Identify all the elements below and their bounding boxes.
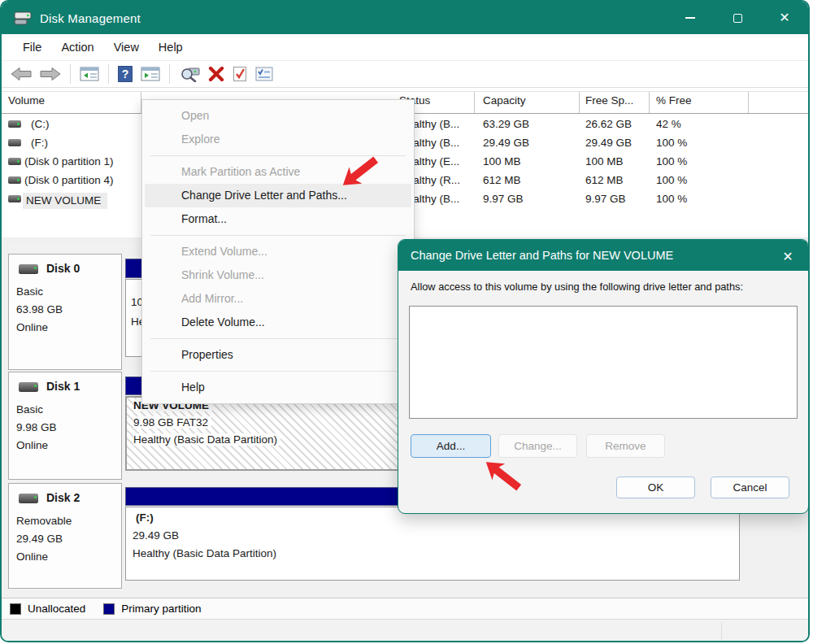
disk-2-partition-f[interactable]: (F:) 29.49 GB Healthy (Basic Data Partit… <box>125 507 740 581</box>
context-menu-item-explore: Explore <box>145 128 411 151</box>
drive-icon <box>8 139 21 146</box>
title-bar: Disk Management ✕ <box>2 2 808 34</box>
context-menu-item-help[interactable]: Help <box>145 376 411 399</box>
partition-title: (F:) <box>136 511 154 524</box>
drive-letter-listbox[interactable] <box>409 306 798 419</box>
disk-1-panel[interactable]: Disk 1 Basic 9.98 GB Online <box>8 372 122 480</box>
column-separator[interactable] <box>474 92 475 113</box>
dialog-close-button[interactable]: ✕ <box>779 247 797 265</box>
column-header-capacity[interactable]: Capacity <box>483 94 526 107</box>
partition-status: Healthy (Basic Data Partition) <box>133 547 276 559</box>
volume-capacity: 63.29 GB <box>483 118 529 130</box>
app-icon <box>13 10 33 26</box>
disk-management-window: Disk Management ✕ FileActionViewHelp <box>0 0 810 642</box>
disk-2-panel[interactable]: Disk 2 Removable 29.49 GB Online <box>8 483 122 589</box>
rescan-disks-icon[interactable] <box>176 65 203 84</box>
volume-free-space: 26.62 GB <box>585 118 632 130</box>
screenshot-stage: Disk Management ✕ FileActionViewHelp <box>0 0 813 644</box>
change-button[interactable]: Change... <box>498 434 577 458</box>
volume-capacity: 100 MB <box>483 155 521 168</box>
menu-bar: FileActionViewHelp <box>2 34 808 61</box>
volume-pct-free: 100 % <box>656 137 687 149</box>
disk-name: Disk 1 <box>46 380 80 393</box>
disk-status: Online <box>16 550 48 563</box>
disk-icon <box>19 264 38 274</box>
window-title: Disk Management <box>40 11 141 25</box>
remove-button[interactable]: Remove <box>586 434 665 458</box>
delete-icon[interactable] <box>205 65 228 83</box>
context-menu-item-shrink-volume: Shrink Volume... <box>145 263 411 287</box>
disk-icon <box>19 494 38 503</box>
volume-name: (F:) <box>31 137 48 149</box>
context-menu-item-extend-volume: Extend Volume... <box>145 240 411 263</box>
disk-type: Basic <box>16 285 43 298</box>
column-separator[interactable] <box>579 92 580 113</box>
volume-pct-free: 100 % <box>656 174 687 186</box>
column-header-free-space[interactable]: Free Sp... <box>585 94 633 107</box>
back-icon[interactable] <box>7 65 35 83</box>
partition-status: Healthy (Basic Data Partition) <box>133 433 280 446</box>
close-button[interactable]: ✕ <box>761 2 808 34</box>
volume-capacity: 612 MB <box>483 174 521 186</box>
menu-separator <box>150 235 406 236</box>
menu-action[interactable]: Action <box>51 37 103 57</box>
toolbar: ? <box>2 61 808 88</box>
svg-text:?: ? <box>122 67 129 80</box>
check-document-icon[interactable] <box>229 64 250 84</box>
legend-bar: Unallocated Primary partition <box>2 598 808 619</box>
checklist-icon[interactable] <box>252 65 276 83</box>
drive-icon <box>8 195 21 202</box>
menu-separator <box>150 338 406 339</box>
disk-type: Removable <box>16 515 72 527</box>
column-header-volume[interactable]: Volume <box>8 94 45 107</box>
cancel-button[interactable]: Cancel <box>711 476 789 498</box>
minimize-icon <box>685 17 695 19</box>
show-action-pane-icon[interactable] <box>137 65 163 83</box>
partition-size: 9.98 GB FAT32 <box>133 416 211 429</box>
change-drive-letter-dialog: Change Drive Letter and Paths for NEW VO… <box>398 239 809 514</box>
volume-free-space: 9.97 GB <box>585 193 626 205</box>
column-separator[interactable] <box>649 92 650 113</box>
context-menu-item-format[interactable]: Format... <box>145 207 411 231</box>
menu-file[interactable]: File <box>13 37 51 57</box>
drive-icon <box>8 120 21 128</box>
forward-icon[interactable] <box>37 65 64 83</box>
volume-free-space: 29.49 GB <box>585 137 632 149</box>
toolbar-separator <box>169 64 170 84</box>
dialog-title-bar: Change Drive Letter and Paths for NEW VO… <box>398 240 808 271</box>
disk-status: Online <box>16 321 48 333</box>
context-menu-item-change-drive-letter-and-paths[interactable]: Change Drive Letter and Paths... <box>145 184 411 207</box>
menu-help[interactable]: Help <box>149 37 193 57</box>
context-menu-item-delete-volume[interactable]: Delete Volume... <box>145 311 411 334</box>
column-header-pct-free[interactable]: % Free <box>656 94 692 107</box>
volume-capacity: 9.97 GB <box>483 193 524 205</box>
primary-partition-label: Primary partition <box>121 603 201 615</box>
volume-free-space: 612 MB <box>585 174 624 186</box>
help-icon[interactable]: ? <box>115 64 136 84</box>
disk-icon <box>19 382 38 392</box>
volume-free-space: 100 MB <box>585 155 624 168</box>
maximize-icon <box>733 14 742 23</box>
minimize-button[interactable] <box>667 2 714 34</box>
context-menu-item-add-mirror: Add Mirror... <box>145 287 411 311</box>
disk-size: 63.98 GB <box>16 303 63 315</box>
column-separator[interactable] <box>748 92 749 113</box>
ok-button[interactable]: OK <box>616 476 695 498</box>
menu-separator <box>150 371 406 372</box>
unallocated-label: Unallocated <box>28 603 85 615</box>
disk-name: Disk 2 <box>46 491 80 504</box>
volume-capacity: 29.49 GB <box>483 137 529 149</box>
status-bar <box>2 619 808 642</box>
context-menu-item-properties[interactable]: Properties <box>145 343 411 367</box>
disk-0-panel[interactable]: Disk 0 Basic 63.98 GB Online <box>8 254 122 370</box>
maximize-button[interactable] <box>714 2 761 34</box>
status-bar-divider <box>721 622 722 640</box>
show-console-tree-icon[interactable] <box>76 65 102 83</box>
dialog-title: Change Drive Letter and Paths for NEW VO… <box>411 249 673 262</box>
disk-size: 29.49 GB <box>16 533 63 545</box>
add-button[interactable]: Add... <box>411 434 491 458</box>
volume-name: (Disk 0 partition 1) <box>24 155 114 168</box>
menu-view[interactable]: View <box>104 37 149 57</box>
disk-size: 9.98 GB <box>16 421 57 433</box>
disk-type: Basic <box>16 403 43 416</box>
